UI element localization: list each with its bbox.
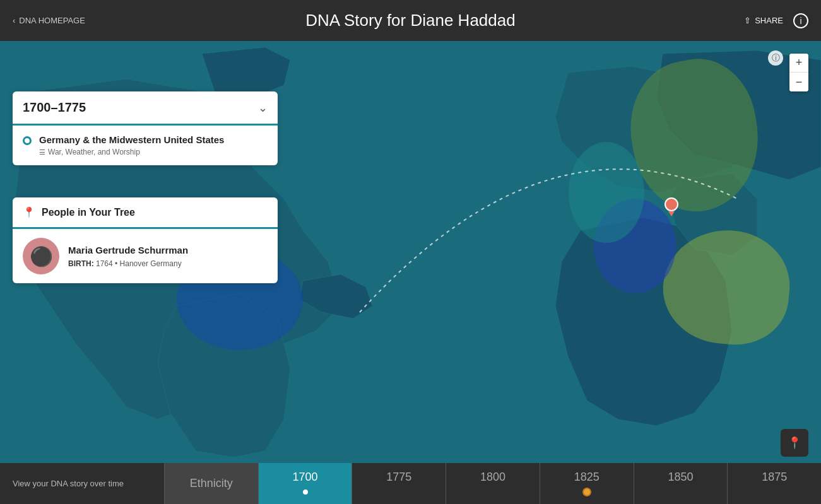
person-avatar: ⚫ [23, 238, 59, 274]
story-title: Germany & the Midwestern United States [39, 134, 224, 145]
dot-1775 [394, 488, 403, 496]
story-text: Germany & the Midwestern United States ☰… [39, 134, 224, 156]
story-subtitle: ☰ War, Weather, and Worship [39, 148, 224, 156]
timeline-cell-1850[interactable]: 1850 [634, 463, 728, 504]
people-header: 📍 People in Your Tree [13, 197, 278, 229]
person-row[interactable]: ⚫ Maria Gertrude Schurrman BIRTH: 1764 •… [13, 229, 278, 283]
dropdown-icon[interactable]: ⌄ [258, 101, 268, 115]
story-icon: ☰ [39, 148, 45, 156]
map-info-icon: ⓘ [772, 52, 780, 64]
year-label-1775: 1775 [386, 471, 411, 484]
header-actions: ⇧ SHARE i [744, 13, 808, 28]
birth-label: BIRTH: [68, 259, 94, 268]
timeline-cell-1825[interactable]: 1825 [540, 463, 634, 504]
birth-place: Hanover Germany [120, 259, 182, 268]
timeline-cell-1800[interactable]: 1800 [446, 463, 540, 504]
story-subtitle-text: War, Weather, and Worship [48, 148, 140, 156]
map-location-pin [664, 197, 678, 215]
ethnicity-label: Ethnicity [190, 477, 233, 490]
view-label: View your DNA story over time [0, 463, 164, 504]
person-info: Maria Gertrude Schurrman BIRTH: 1764 • H… [68, 245, 188, 268]
time-period-label: 1700–1775 [23, 100, 86, 115]
back-label: DNA HOMEPAGE [19, 16, 85, 25]
location-pin-button[interactable]: 📍 [781, 429, 808, 457]
zoom-in-button[interactable]: + [789, 54, 808, 73]
ethnicity-blob-scandinavia [569, 142, 644, 243]
zoom-out-button[interactable]: − [789, 73, 808, 91]
page-title: DNA Story for Diane Haddad [305, 11, 515, 30]
share-button[interactable]: ⇧ SHARE [744, 16, 783, 25]
dot-1825 [582, 488, 591, 496]
year-label-1850: 1850 [668, 471, 693, 484]
pin-point [668, 211, 675, 216]
dot-1850 [676, 488, 685, 496]
info-icon: i [800, 16, 801, 26]
location-pin-icon: 📍 [23, 206, 35, 218]
dot-1700 [301, 488, 310, 496]
year-label-1825: 1825 [574, 471, 600, 484]
back-button[interactable]: ‹ DNA HOMEPAGE [13, 16, 85, 25]
info-button[interactable]: i [793, 13, 808, 28]
location-pin-icon-btn: 📍 [788, 436, 801, 450]
back-arrow-icon: ‹ [13, 16, 15, 25]
map-container[interactable]: ⓘ + − 1700–1775 ⌄ Germany & the Midweste… [0, 41, 821, 463]
share-icon: ⇧ [744, 16, 751, 25]
timeline-cell-1775[interactable]: 1775 [351, 463, 446, 504]
person-birth: BIRTH: 1764 • Hanover Germany [68, 259, 188, 268]
timeline-cell-1700[interactable]: 1700 [258, 463, 352, 504]
bottom-bar: View your DNA story over time Ethnicity … [0, 463, 821, 504]
timeline-cell-ethnicity[interactable]: Ethnicity [164, 463, 258, 504]
zoom-controls: + − [789, 54, 808, 91]
time-period-card: 1700–1775 ⌄ Germany & the Midwestern Uni… [13, 91, 278, 165]
dot-1800 [488, 488, 497, 496]
person-name: Maria Gertrude Schurrman [68, 245, 188, 255]
header: ‹ DNA HOMEPAGE DNA Story for Diane Hadda… [0, 0, 821, 41]
dot-1875 [770, 488, 779, 496]
year-label-1875: 1875 [762, 471, 787, 484]
time-story-row: Germany & the Midwestern United States ☰… [13, 126, 278, 165]
avatar-silhouette-icon: ⚫ [30, 245, 53, 267]
birth-year: 1764 [96, 259, 113, 268]
pin-circle [664, 197, 678, 211]
story-dot [23, 136, 32, 145]
timeline: Ethnicity 1700 1775 1800 1825 1850 1875 [164, 463, 821, 504]
time-period-header: 1700–1775 ⌄ [13, 91, 278, 126]
map-info-button[interactable]: ⓘ [768, 50, 783, 66]
people-card: 📍 People in Your Tree ⚫ Maria Gertrude S… [13, 197, 278, 283]
year-label-1700: 1700 [293, 471, 318, 484]
share-label: SHARE [755, 16, 783, 25]
year-label-1800: 1800 [480, 471, 505, 484]
timeline-cell-1875[interactable]: 1875 [727, 463, 821, 504]
people-section-title: People in Your Tree [42, 207, 135, 218]
